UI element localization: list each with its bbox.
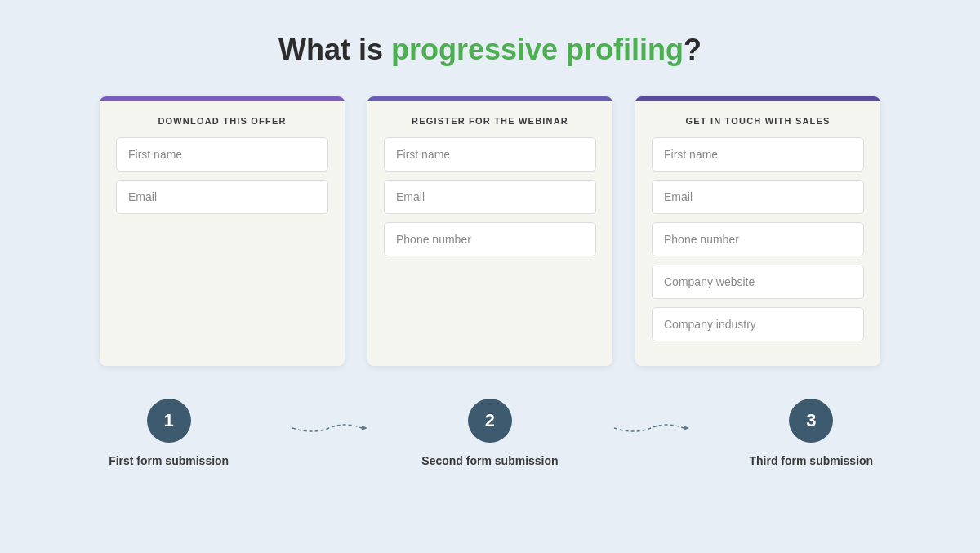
step-label-1: First form submission bbox=[109, 454, 229, 467]
form-field[interactable]: Company website bbox=[652, 265, 864, 299]
form-field[interactable]: Email bbox=[384, 180, 596, 214]
step-connector-2 bbox=[610, 399, 692, 436]
step-item-2: 2Second form submission bbox=[370, 399, 609, 467]
form-field[interactable]: Email bbox=[116, 180, 328, 214]
card-title: DOWNLOAD THIS OFFER bbox=[100, 101, 345, 137]
form-field[interactable]: First name bbox=[384, 137, 596, 172]
step-item-1: 1First form submission bbox=[49, 399, 288, 467]
step-label-2: Second form submission bbox=[421, 454, 558, 467]
svg-marker-1 bbox=[684, 426, 689, 430]
card-card-1: DOWNLOAD THIS OFFERFirst nameEmail bbox=[100, 96, 345, 366]
steps-container: 1First form submission 2Second form subm… bbox=[49, 399, 931, 467]
step-circle-2: 2 bbox=[468, 399, 512, 443]
step-circle-1: 1 bbox=[147, 399, 191, 443]
step-connector-1 bbox=[288, 399, 370, 436]
svg-marker-0 bbox=[362, 426, 368, 430]
cards-container: DOWNLOAD THIS OFFERFirst nameEmailREGIST… bbox=[49, 96, 931, 366]
form-field[interactable]: Phone number bbox=[652, 222, 864, 256]
form-field[interactable]: First name bbox=[652, 137, 864, 172]
form-field[interactable]: First name bbox=[116, 137, 328, 172]
step-circle-3: 3 bbox=[789, 399, 833, 443]
card-fields: First nameEmailPhone numberCompany websi… bbox=[635, 137, 880, 366]
form-field[interactable]: Company industry bbox=[652, 307, 864, 341]
form-field[interactable]: Email bbox=[652, 180, 864, 214]
step-item-3: 3Third form submission bbox=[692, 399, 931, 467]
card-fields: First nameEmailPhone number bbox=[368, 137, 612, 281]
card-fields: First nameEmail bbox=[100, 137, 345, 239]
card-card-2: REGISTER FOR THE WEBINARFirst nameEmailP… bbox=[368, 96, 612, 366]
page-title: What is progressive profiling? bbox=[278, 33, 702, 67]
form-field[interactable]: Phone number bbox=[384, 222, 596, 256]
card-title: GET IN TOUCH WITH SALES bbox=[635, 101, 880, 137]
step-label-3: Third form submission bbox=[749, 454, 873, 467]
card-card-3: GET IN TOUCH WITH SALESFirst nameEmailPh… bbox=[635, 96, 880, 366]
card-title: REGISTER FOR THE WEBINAR bbox=[368, 101, 612, 137]
